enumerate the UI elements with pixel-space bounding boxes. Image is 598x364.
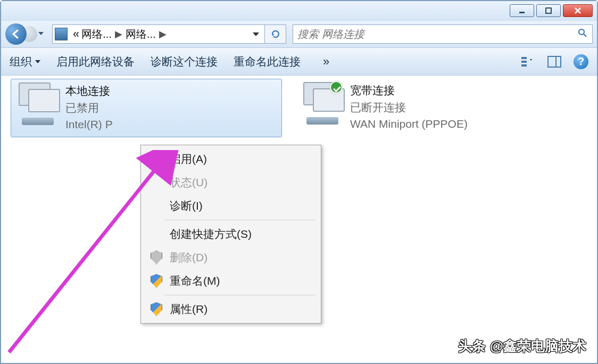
shield-icon [148, 273, 164, 289]
diagnose-button[interactable]: 诊断这个连接 [151, 54, 218, 69]
explorer-window: « 网络... ▶ 网络... ▶ 组织 启用此网络设备 诊断这个连接 [0, 0, 598, 364]
organize-menu[interactable]: 组织 [10, 54, 40, 69]
refresh-button[interactable] [265, 24, 286, 44]
help-button[interactable]: ? [574, 54, 588, 69]
menu-separator [164, 295, 315, 295]
enable-device-button[interactable]: 启用此网络设备 [56, 54, 135, 69]
connection-device: Intel(R) P [65, 116, 113, 133]
breadcrumb-2[interactable]: 网络... [126, 27, 156, 42]
context-menu: 启用(A) 状态(U) 诊断(I) 创建快捷方式(S) 删除(D) 重命名(M)… [140, 145, 321, 324]
toolbar-overflow[interactable]: » [323, 55, 329, 69]
connection-status: 已禁用 [65, 100, 113, 117]
connection-broadband[interactable]: 宽带连接 已断开连接 WAN Miniport (PPPOE) [299, 82, 468, 133]
svg-rect-4 [521, 57, 527, 59]
command-bar: 组织 启用此网络设备 诊断这个连接 重命名此连接 » ? [1, 48, 597, 76]
folder-icon [55, 28, 68, 40]
history-dropdown-icon[interactable] [38, 32, 44, 35]
svg-point-2 [579, 29, 584, 35]
menu-create-shortcut[interactable]: 创建快捷方式(S) [142, 222, 320, 246]
view-options-button[interactable] [520, 55, 535, 68]
connection-device: WAN Miniport (PPPOE) [350, 115, 468, 133]
svg-rect-0 [519, 12, 525, 13]
shield-icon [148, 151, 164, 167]
address-bar[interactable]: « 网络... ▶ 网络... ▶ [52, 24, 265, 44]
close-button[interactable] [563, 4, 593, 17]
connection-status: 已断开连接 [350, 99, 468, 116]
chevron-down-icon [35, 60, 40, 63]
menu-diagnose[interactable]: 诊断(I) [142, 194, 320, 218]
network-adapter-icon [299, 82, 346, 127]
menu-rename[interactable]: 重命名(M) [142, 269, 320, 293]
status-check-icon [330, 81, 343, 94]
rename-button[interactable]: 重命名此连接 [234, 54, 301, 69]
menu-properties[interactable]: 属性(R) [142, 297, 320, 321]
search-icon[interactable] [577, 28, 588, 41]
watermark-text: 头条 @鑫荣电脑技术 [458, 337, 586, 355]
svg-rect-1 [546, 8, 551, 13]
svg-rect-5 [521, 61, 527, 63]
connection-local[interactable]: 本地连接 已禁用 Intel(R) P [11, 79, 282, 137]
connection-title: 宽带连接 [350, 82, 468, 99]
preview-pane-button[interactable] [547, 55, 562, 68]
connection-title: 本地连接 [65, 82, 113, 100]
navigation-bar: « 网络... ▶ 网络... ▶ [1, 20, 597, 48]
title-bar [1, 1, 597, 20]
breadcrumb-separator-icon: ▶ [115, 28, 122, 40]
menu-delete: 删除(D) [142, 246, 320, 269]
shield-icon [148, 250, 164, 266]
breadcrumb-1[interactable]: 网络... [81, 27, 112, 42]
shield-icon [148, 301, 164, 317]
menu-separator [164, 220, 315, 220]
network-adapter-icon [14, 82, 61, 127]
breadcrumb-separator-icon: ▶ [159, 28, 167, 40]
back-button-icon[interactable] [5, 23, 27, 45]
maximize-button[interactable] [536, 4, 561, 17]
nav-back-forward[interactable] [5, 23, 43, 45]
svg-line-3 [584, 34, 586, 37]
minimize-button[interactable] [510, 4, 534, 17]
chevron-left-icon: « [73, 27, 79, 41]
menu-enable[interactable]: 启用(A) [142, 147, 320, 171]
address-dropdown-icon[interactable] [253, 32, 259, 36]
organize-label: 组织 [10, 54, 32, 69]
search-input[interactable] [297, 28, 577, 40]
search-box[interactable] [293, 24, 593, 44]
svg-rect-7 [548, 56, 561, 67]
svg-rect-6 [521, 64, 527, 67]
menu-status: 状态(U) [142, 171, 320, 194]
